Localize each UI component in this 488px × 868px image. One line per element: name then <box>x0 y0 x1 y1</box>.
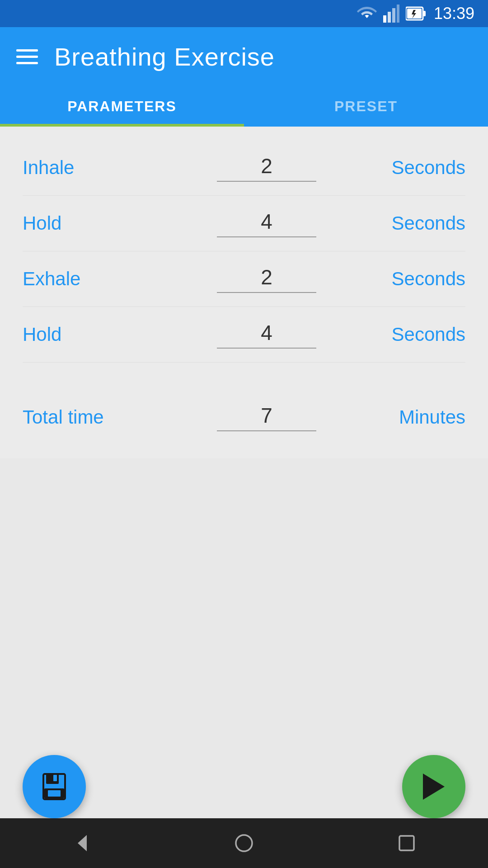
bottom-buttons <box>0 755 488 818</box>
svg-point-15 <box>236 835 252 851</box>
save-button[interactable] <box>23 755 86 818</box>
hamburger-menu-icon[interactable] <box>16 49 38 64</box>
tab-preset-label: PRESET <box>334 98 398 115</box>
svg-rect-10 <box>53 775 57 781</box>
hold1-input[interactable] <box>217 209 316 237</box>
svg-rect-1 <box>388 12 391 23</box>
svg-rect-12 <box>48 790 61 797</box>
exhale-input[interactable] <box>217 265 316 293</box>
inhale-row: Inhale Seconds <box>23 140 465 196</box>
battery-icon <box>406 5 426 22</box>
hold1-unit: Seconds <box>339 212 465 234</box>
nav-recents-button[interactable] <box>394 831 419 855</box>
tab-parameters-label: PARAMETERS <box>67 98 177 115</box>
exhale-unit: Seconds <box>339 268 465 290</box>
tab-bar: PARAMETERS PRESET <box>0 86 488 127</box>
signal-icon <box>383 5 399 23</box>
nav-bar <box>0 818 488 868</box>
hold2-label: Hold <box>23 324 194 345</box>
exhale-row: Exhale Seconds <box>23 251 465 307</box>
tab-preset[interactable]: PRESET <box>244 86 488 127</box>
svg-marker-14 <box>78 835 87 851</box>
hold2-row: Hold Seconds <box>23 307 465 363</box>
total-time-label: Total time <box>23 406 194 428</box>
svg-marker-13 <box>423 774 445 800</box>
status-bar: 13:39 <box>0 0 488 27</box>
svg-rect-3 <box>397 5 399 23</box>
inhale-input-wrap <box>194 154 339 182</box>
play-button[interactable] <box>402 755 465 818</box>
hold2-input[interactable] <box>217 321 316 349</box>
nav-home-button[interactable] <box>232 831 256 855</box>
total-time-row: Total time Minutes <box>23 390 465 445</box>
hold1-label: Hold <box>23 212 194 234</box>
hold2-unit: Seconds <box>339 324 465 345</box>
hold1-input-wrap <box>194 209 339 237</box>
total-time-input-wrap <box>194 403 339 431</box>
exhale-label: Exhale <box>23 268 194 290</box>
inhale-unit: Seconds <box>339 157 465 179</box>
svg-rect-16 <box>399 836 414 850</box>
wifi-icon <box>357 5 377 22</box>
save-icon <box>40 772 69 801</box>
nav-back-icon <box>69 831 94 855</box>
exhale-input-wrap <box>194 265 339 293</box>
status-time: 13:39 <box>434 4 474 23</box>
nav-home-icon <box>232 831 256 855</box>
hold1-row: Hold Seconds <box>23 196 465 251</box>
app-bar: Breathing Exercise <box>0 27 488 86</box>
svg-rect-2 <box>392 8 395 23</box>
svg-rect-5 <box>423 11 426 16</box>
nav-recents-icon <box>394 831 419 855</box>
content-area: Inhale Seconds Hold Seconds Exhale Secon… <box>0 127 488 458</box>
play-icon <box>421 773 446 801</box>
app-title: Breathing Exercise <box>54 42 275 71</box>
total-time-unit: Minutes <box>339 406 465 428</box>
nav-back-button[interactable] <box>69 831 94 855</box>
svg-rect-0 <box>383 15 386 23</box>
inhale-input[interactable] <box>217 154 316 182</box>
inhale-label: Inhale <box>23 157 194 179</box>
status-icons <box>357 5 426 23</box>
total-time-input[interactable] <box>217 403 316 431</box>
tab-parameters[interactable]: PARAMETERS <box>0 86 244 127</box>
hold2-input-wrap <box>194 321 339 349</box>
